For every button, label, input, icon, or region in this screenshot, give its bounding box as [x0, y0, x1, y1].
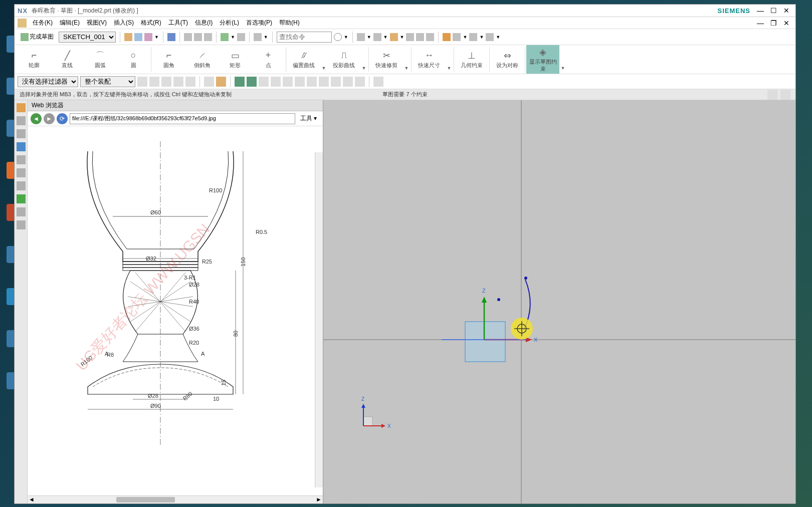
paste-icon[interactable] — [204, 33, 212, 41]
project-curve-button[interactable]: ⎍投影曲线 — [327, 45, 360, 74]
menu-format[interactable]: 格式(R) — [138, 18, 164, 28]
trim-dropdown[interactable]: ▼ — [403, 45, 410, 74]
offset-curve-button[interactable]: ⫽偏置曲线 — [287, 45, 320, 74]
resource-icon[interactable] — [17, 168, 26, 177]
arc-button[interactable]: ⌒圆弧 — [84, 45, 117, 74]
analysis-icon-1[interactable] — [443, 33, 451, 41]
undo-icon[interactable] — [221, 33, 229, 41]
status-icon-1[interactable] — [767, 90, 777, 100]
assembly-filter-select[interactable]: 整个装配 — [80, 76, 135, 87]
forward-button[interactable]: ► — [44, 113, 55, 124]
fillet-button[interactable]: ⌐圆角 — [152, 45, 185, 74]
resource-icon[interactable] — [17, 181, 26, 190]
filter-icon-7[interactable] — [216, 77, 226, 87]
circle-button[interactable]: ○圆 — [117, 45, 150, 74]
line-button[interactable]: ╱直线 — [51, 45, 84, 74]
view-icon-3[interactable] — [390, 33, 398, 41]
filter-icon-5[interactable] — [185, 77, 195, 87]
snap-icon-8[interactable] — [319, 77, 329, 87]
browser-tools-button[interactable]: 工具 ▾ — [297, 114, 320, 123]
view-icon-4[interactable] — [406, 33, 414, 41]
maximize-button[interactable]: ☐ — [767, 6, 779, 15]
inner-restore-button[interactable]: ❐ — [767, 19, 779, 28]
analysis-icon-3[interactable] — [469, 33, 477, 41]
resource-icon[interactable] — [17, 207, 26, 216]
horizontal-scrollbar[interactable]: ◄ ► — [28, 495, 323, 503]
view-icon-2[interactable] — [373, 33, 381, 41]
show-constraints-button[interactable]: ◈显示草图约束 — [526, 45, 559, 74]
resource-icon[interactable] — [17, 194, 26, 203]
menu-icon[interactable] — [18, 19, 27, 28]
search-icon[interactable] — [334, 33, 342, 41]
reattach-icon[interactable] — [134, 33, 142, 41]
show-constraints-dropdown[interactable]: ▼ — [559, 45, 566, 74]
snap-icon-4[interactable] — [271, 77, 281, 87]
sketch-select[interactable]: SKETCH_001 — [59, 32, 116, 43]
chamfer-button[interactable]: ⟋倒斜角 — [185, 45, 219, 74]
resource-icon[interactable] — [17, 142, 26, 151]
view-icon-6[interactable] — [426, 33, 434, 41]
make-symmetric-button[interactable]: ⇔设为对称 — [491, 45, 524, 74]
inner-close-button[interactable]: ✕ — [780, 19, 792, 28]
more-icon[interactable] — [254, 33, 262, 41]
filter-icon-4[interactable] — [173, 77, 183, 87]
view-icon-1[interactable] — [357, 33, 365, 41]
close-button[interactable]: ✕ — [780, 6, 792, 15]
project-dropdown[interactable]: ▼ — [360, 45, 367, 74]
menu-info[interactable]: 信息(I) — [192, 18, 216, 28]
menu-analysis[interactable]: 分析(L) — [217, 18, 242, 28]
menu-help[interactable]: 帮助(H) — [276, 18, 303, 28]
finish-sketch-button[interactable]: 完成草图 — [18, 32, 57, 42]
menu-preferences[interactable]: 首选项(P) — [243, 18, 275, 28]
offset-dropdown[interactable]: ▼ — [320, 45, 327, 74]
analysis-icon-4[interactable] — [486, 33, 494, 41]
cut-icon[interactable] — [184, 33, 192, 41]
filter-icon-6[interactable] — [204, 77, 214, 87]
rectangle-button[interactable]: ▭矩形 — [219, 45, 252, 74]
resource-icon[interactable] — [17, 155, 26, 164]
save-icon[interactable] — [167, 33, 175, 41]
snap-icon-12[interactable] — [373, 77, 383, 87]
resource-icon[interactable] — [17, 220, 26, 229]
menu-insert[interactable]: 插入(S) — [111, 18, 137, 28]
snap-icon-2[interactable] — [247, 77, 257, 87]
point-button[interactable]: +点 — [252, 45, 285, 74]
command-search-input[interactable] — [277, 32, 332, 43]
snap-icon-10[interactable] — [343, 77, 353, 87]
filter-icon-2[interactable] — [149, 77, 159, 87]
snap-icon-3[interactable] — [259, 77, 269, 87]
redo-icon[interactable] — [237, 33, 245, 41]
menu-edit[interactable]: 编辑(E) — [57, 18, 83, 28]
filter-icon-1[interactable] — [137, 77, 147, 87]
geometric-constraint-button[interactable]: ⊥几何约束 — [455, 45, 488, 74]
snap-icon-11[interactable] — [355, 77, 365, 87]
menu-task[interactable]: 任务(K) — [30, 18, 56, 28]
back-button[interactable]: ◄ — [31, 113, 42, 124]
graphics-viewport[interactable]: Z X — [323, 100, 795, 503]
selection-filter-select[interactable]: 没有选择过滤器 — [18, 76, 78, 87]
snap-icon-1[interactable] — [235, 77, 245, 87]
snap-icon-6[interactable] — [295, 77, 305, 87]
resource-icon[interactable] — [17, 116, 26, 125]
vertical-scrollbar[interactable] — [315, 152, 323, 487]
status-icon-2[interactable] — [780, 90, 790, 100]
filter-icon-3[interactable] — [161, 77, 171, 87]
snap-icon-9[interactable] — [331, 77, 341, 87]
quick-trim-button[interactable]: ✂快速修剪 — [370, 45, 403, 74]
analysis-icon-2[interactable] — [453, 33, 461, 41]
copy-icon[interactable] — [194, 33, 202, 41]
view-icon-5[interactable] — [416, 33, 424, 41]
snap-icon-5[interactable] — [283, 77, 293, 87]
update-icon[interactable] — [144, 33, 152, 41]
profile-button[interactable]: ⌐轮廓 — [18, 45, 51, 74]
quick-dimension-button[interactable]: ↔快速尺寸 — [413, 45, 446, 74]
minimize-button[interactable]: — — [754, 6, 766, 15]
url-input[interactable] — [70, 113, 295, 124]
snap-icon-7[interactable] — [307, 77, 317, 87]
menu-tools[interactable]: 工具(T) — [165, 18, 191, 28]
orient-icon[interactable] — [124, 33, 132, 41]
refresh-button[interactable]: ⟳ — [57, 113, 68, 124]
scroll-thumb[interactable] — [116, 497, 175, 502]
resource-icon[interactable] — [17, 103, 26, 112]
dim-dropdown[interactable]: ▼ — [446, 45, 453, 74]
